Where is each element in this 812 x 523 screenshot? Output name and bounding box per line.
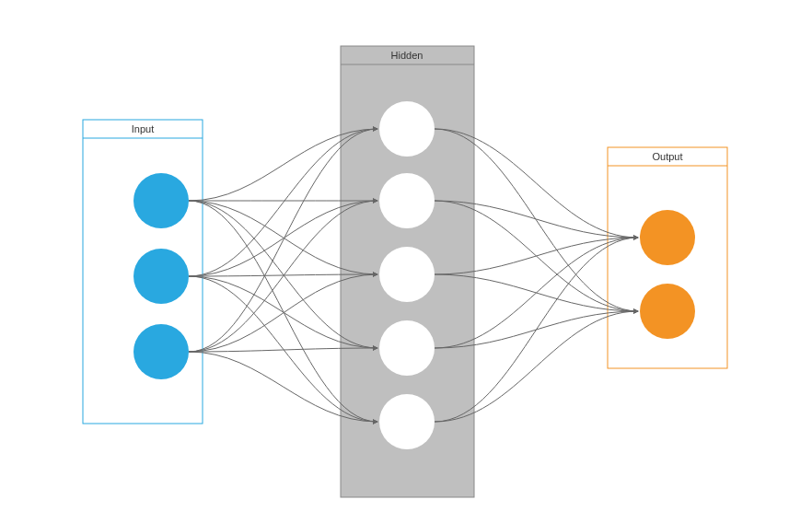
input-node-3 bbox=[133, 324, 189, 379]
input-node-2 bbox=[133, 249, 189, 304]
input-layer-label: Input bbox=[132, 123, 154, 134]
output-node-1 bbox=[640, 210, 695, 265]
hidden-node-1 bbox=[379, 101, 435, 157]
hidden-layer-label: Hidden bbox=[391, 50, 423, 61]
output-layer-label: Output bbox=[652, 151, 682, 162]
hidden-node-5 bbox=[379, 394, 435, 449]
hidden-node-2 bbox=[379, 173, 435, 228]
neural-network-diagram: Input Hidden Output bbox=[0, 0, 812, 523]
output-node-2 bbox=[640, 284, 695, 339]
network-nodes bbox=[133, 101, 695, 449]
hidden-node-4 bbox=[379, 320, 435, 376]
input-node-1 bbox=[133, 173, 189, 228]
hidden-node-3 bbox=[379, 247, 435, 302]
